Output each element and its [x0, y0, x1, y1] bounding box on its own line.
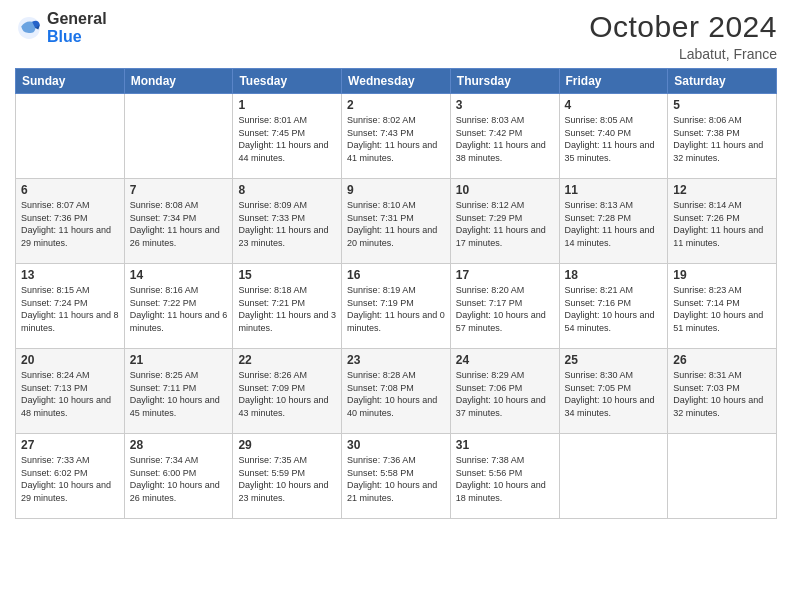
day-number: 5: [673, 98, 771, 112]
day-info: Sunrise: 7:35 AMSunset: 5:59 PMDaylight:…: [238, 454, 336, 504]
day-info: Sunrise: 8:09 AMSunset: 7:33 PMDaylight:…: [238, 199, 336, 249]
day-cell: 11Sunrise: 8:13 AMSunset: 7:28 PMDayligh…: [559, 179, 668, 264]
day-number: 17: [456, 268, 554, 282]
day-info: Sunrise: 8:15 AMSunset: 7:24 PMDaylight:…: [21, 284, 119, 334]
logo: General Blue: [15, 10, 107, 45]
day-info: Sunrise: 8:16 AMSunset: 7:22 PMDaylight:…: [130, 284, 228, 334]
day-info: Sunrise: 8:06 AMSunset: 7:38 PMDaylight:…: [673, 114, 771, 164]
calendar-page: General Blue October 2024 Labatut, Franc…: [0, 0, 792, 612]
day-cell: 12Sunrise: 8:14 AMSunset: 7:26 PMDayligh…: [668, 179, 777, 264]
day-number: 30: [347, 438, 445, 452]
day-cell: 27Sunrise: 7:33 AMSunset: 6:02 PMDayligh…: [16, 434, 125, 519]
day-cell: 3Sunrise: 8:03 AMSunset: 7:42 PMDaylight…: [450, 94, 559, 179]
day-number: 9: [347, 183, 445, 197]
day-cell: 4Sunrise: 8:05 AMSunset: 7:40 PMDaylight…: [559, 94, 668, 179]
day-cell: 16Sunrise: 8:19 AMSunset: 7:19 PMDayligh…: [342, 264, 451, 349]
day-info: Sunrise: 8:21 AMSunset: 7:16 PMDaylight:…: [565, 284, 663, 334]
day-info: Sunrise: 8:28 AMSunset: 7:08 PMDaylight:…: [347, 369, 445, 419]
day-info: Sunrise: 8:13 AMSunset: 7:28 PMDaylight:…: [565, 199, 663, 249]
day-cell: 31Sunrise: 7:38 AMSunset: 5:56 PMDayligh…: [450, 434, 559, 519]
day-number: 28: [130, 438, 228, 452]
day-number: 23: [347, 353, 445, 367]
weekday-header-thursday: Thursday: [450, 69, 559, 94]
weekday-header-wednesday: Wednesday: [342, 69, 451, 94]
day-number: 2: [347, 98, 445, 112]
day-cell: 10Sunrise: 8:12 AMSunset: 7:29 PMDayligh…: [450, 179, 559, 264]
day-number: 16: [347, 268, 445, 282]
day-number: 19: [673, 268, 771, 282]
day-number: 15: [238, 268, 336, 282]
location: Labatut, France: [589, 46, 777, 62]
day-number: 22: [238, 353, 336, 367]
day-number: 8: [238, 183, 336, 197]
day-cell: 9Sunrise: 8:10 AMSunset: 7:31 PMDaylight…: [342, 179, 451, 264]
weekday-header-saturday: Saturday: [668, 69, 777, 94]
logo-text-line1: General: [47, 10, 107, 28]
weekday-header-tuesday: Tuesday: [233, 69, 342, 94]
week-row-5: 27Sunrise: 7:33 AMSunset: 6:02 PMDayligh…: [16, 434, 777, 519]
weekday-header-friday: Friday: [559, 69, 668, 94]
day-info: Sunrise: 7:33 AMSunset: 6:02 PMDaylight:…: [21, 454, 119, 504]
day-cell: 23Sunrise: 8:28 AMSunset: 7:08 PMDayligh…: [342, 349, 451, 434]
day-cell: 18Sunrise: 8:21 AMSunset: 7:16 PMDayligh…: [559, 264, 668, 349]
day-number: 21: [130, 353, 228, 367]
weekday-header-monday: Monday: [124, 69, 233, 94]
logo-text-line2: Blue: [47, 28, 107, 46]
day-number: 26: [673, 353, 771, 367]
day-cell: [124, 94, 233, 179]
day-number: 14: [130, 268, 228, 282]
day-number: 31: [456, 438, 554, 452]
day-info: Sunrise: 8:02 AMSunset: 7:43 PMDaylight:…: [347, 114, 445, 164]
day-info: Sunrise: 8:30 AMSunset: 7:05 PMDaylight:…: [565, 369, 663, 419]
day-cell: 19Sunrise: 8:23 AMSunset: 7:14 PMDayligh…: [668, 264, 777, 349]
day-cell: 25Sunrise: 8:30 AMSunset: 7:05 PMDayligh…: [559, 349, 668, 434]
day-info: Sunrise: 8:14 AMSunset: 7:26 PMDaylight:…: [673, 199, 771, 249]
title-section: October 2024 Labatut, France: [589, 10, 777, 62]
day-info: Sunrise: 8:10 AMSunset: 7:31 PMDaylight:…: [347, 199, 445, 249]
day-info: Sunrise: 8:03 AMSunset: 7:42 PMDaylight:…: [456, 114, 554, 164]
day-cell: 8Sunrise: 8:09 AMSunset: 7:33 PMDaylight…: [233, 179, 342, 264]
day-cell: [16, 94, 125, 179]
day-number: 18: [565, 268, 663, 282]
day-info: Sunrise: 7:38 AMSunset: 5:56 PMDaylight:…: [456, 454, 554, 504]
day-number: 13: [21, 268, 119, 282]
day-cell: 20Sunrise: 8:24 AMSunset: 7:13 PMDayligh…: [16, 349, 125, 434]
day-info: Sunrise: 8:12 AMSunset: 7:29 PMDaylight:…: [456, 199, 554, 249]
weekday-header-sunday: Sunday: [16, 69, 125, 94]
day-cell: [559, 434, 668, 519]
day-info: Sunrise: 8:23 AMSunset: 7:14 PMDaylight:…: [673, 284, 771, 334]
day-info: Sunrise: 8:31 AMSunset: 7:03 PMDaylight:…: [673, 369, 771, 419]
week-row-4: 20Sunrise: 8:24 AMSunset: 7:13 PMDayligh…: [16, 349, 777, 434]
day-info: Sunrise: 8:20 AMSunset: 7:17 PMDaylight:…: [456, 284, 554, 334]
day-number: 29: [238, 438, 336, 452]
day-number: 7: [130, 183, 228, 197]
day-info: Sunrise: 7:36 AMSunset: 5:58 PMDaylight:…: [347, 454, 445, 504]
day-info: Sunrise: 8:19 AMSunset: 7:19 PMDaylight:…: [347, 284, 445, 334]
header: General Blue October 2024 Labatut, Franc…: [15, 10, 777, 62]
day-cell: 5Sunrise: 8:06 AMSunset: 7:38 PMDaylight…: [668, 94, 777, 179]
week-row-1: 1Sunrise: 8:01 AMSunset: 7:45 PMDaylight…: [16, 94, 777, 179]
day-number: 25: [565, 353, 663, 367]
day-cell: 21Sunrise: 8:25 AMSunset: 7:11 PMDayligh…: [124, 349, 233, 434]
day-cell: 29Sunrise: 7:35 AMSunset: 5:59 PMDayligh…: [233, 434, 342, 519]
weekday-header-row: SundayMondayTuesdayWednesdayThursdayFrid…: [16, 69, 777, 94]
week-row-2: 6Sunrise: 8:07 AMSunset: 7:36 PMDaylight…: [16, 179, 777, 264]
day-number: 27: [21, 438, 119, 452]
day-number: 4: [565, 98, 663, 112]
day-cell: 22Sunrise: 8:26 AMSunset: 7:09 PMDayligh…: [233, 349, 342, 434]
day-info: Sunrise: 8:01 AMSunset: 7:45 PMDaylight:…: [238, 114, 336, 164]
day-cell: 30Sunrise: 7:36 AMSunset: 5:58 PMDayligh…: [342, 434, 451, 519]
day-cell: 28Sunrise: 7:34 AMSunset: 6:00 PMDayligh…: [124, 434, 233, 519]
day-cell: 7Sunrise: 8:08 AMSunset: 7:34 PMDaylight…: [124, 179, 233, 264]
day-number: 12: [673, 183, 771, 197]
day-cell: 14Sunrise: 8:16 AMSunset: 7:22 PMDayligh…: [124, 264, 233, 349]
day-cell: 1Sunrise: 8:01 AMSunset: 7:45 PMDaylight…: [233, 94, 342, 179]
day-info: Sunrise: 7:34 AMSunset: 6:00 PMDaylight:…: [130, 454, 228, 504]
day-number: 20: [21, 353, 119, 367]
day-info: Sunrise: 8:05 AMSunset: 7:40 PMDaylight:…: [565, 114, 663, 164]
month-title: October 2024: [589, 10, 777, 44]
day-cell: [668, 434, 777, 519]
day-cell: 17Sunrise: 8:20 AMSunset: 7:17 PMDayligh…: [450, 264, 559, 349]
day-info: Sunrise: 8:29 AMSunset: 7:06 PMDaylight:…: [456, 369, 554, 419]
day-info: Sunrise: 8:26 AMSunset: 7:09 PMDaylight:…: [238, 369, 336, 419]
